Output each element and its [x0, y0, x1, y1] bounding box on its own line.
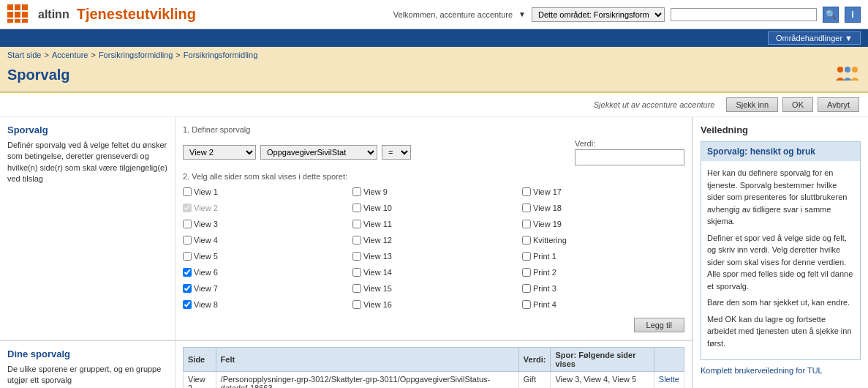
- print3-label[interactable]: Print 3: [533, 284, 556, 293]
- print4-checkbox[interactable]: [522, 300, 531, 309]
- view6-label[interactable]: View 6: [194, 268, 218, 277]
- view11-label[interactable]: View 11: [363, 220, 392, 228]
- breadcrumb-sep1: >: [44, 51, 48, 59]
- breadcrumb-forsikring1[interactable]: Forsikringsformidling: [99, 51, 173, 59]
- svg-rect-5: [22, 12, 28, 18]
- view6-checkbox[interactable]: [183, 268, 192, 277]
- view-item-view14: View 14: [352, 265, 515, 280]
- view9-label[interactable]: View 9: [363, 187, 388, 196]
- sporvalg-table-section: Dine sporvalg De ulike sporene er gruppe…: [0, 340, 692, 388]
- ok-button-top[interactable]: OK: [782, 97, 813, 112]
- print4-label[interactable]: Print 4: [533, 300, 556, 309]
- view1-label[interactable]: View 1: [194, 187, 218, 196]
- sporvalg-left-description: De ulike sporene er gruppert, og en grup…: [7, 364, 167, 387]
- field-select[interactable]: OppgavegiverSivilStat: [260, 145, 377, 160]
- col-felt: Felt: [216, 348, 518, 372]
- avbryt-button-top[interactable]: Avbryt: [818, 97, 859, 112]
- view18-label[interactable]: View 18: [533, 204, 562, 212]
- view-item-view12: View 12: [352, 233, 515, 247]
- view2-checkbox[interactable]: [183, 204, 192, 212]
- svg-point-10: [845, 67, 850, 72]
- view12-checkbox[interactable]: [352, 236, 361, 245]
- spor-left-panel: Sporvalg Definér sporvalg ved å velge fe…: [0, 117, 176, 340]
- row1-spor: View 3, View 4, View 5: [551, 372, 654, 389]
- checked-out-label: Sjekket ut av accenture accenture: [594, 100, 715, 109]
- view14-checkbox[interactable]: [352, 268, 361, 277]
- kvittering-checkbox[interactable]: [522, 236, 531, 245]
- view9-checkbox[interactable]: [352, 187, 361, 196]
- search-button[interactable]: 🔍: [823, 7, 839, 23]
- view16-label[interactable]: View 16: [363, 300, 392, 309]
- sporvalg-left-heading: Dine sporvalg: [7, 348, 167, 359]
- breadcrumb-accenture[interactable]: Accenture: [52, 51, 88, 59]
- view8-label[interactable]: View 8: [194, 300, 218, 309]
- view17-label[interactable]: View 17: [533, 187, 562, 196]
- view18-checkbox[interactable]: [522, 204, 531, 212]
- view5-checkbox[interactable]: [183, 252, 192, 261]
- altinn-logo-icon: [7, 4, 34, 25]
- view15-checkbox[interactable]: [352, 284, 361, 293]
- view-item-view8: View 8: [183, 297, 345, 312]
- view-item-print4: Print 4: [522, 297, 684, 312]
- view10-checkbox[interactable]: [352, 204, 361, 212]
- help-icon: i: [851, 9, 854, 20]
- view17-checkbox[interactable]: [522, 187, 531, 196]
- row1-verdi: Gift: [518, 372, 551, 389]
- view5-label[interactable]: View 5: [194, 252, 218, 261]
- svg-rect-0: [7, 4, 13, 10]
- breadcrumb-sep3: >: [176, 51, 180, 59]
- view15-label[interactable]: View 15: [363, 284, 392, 293]
- verdi-input[interactable]: [575, 149, 684, 165]
- area-handler-button[interactable]: Områdehandlinger ▼: [768, 31, 861, 45]
- print2-label[interactable]: Print 2: [533, 268, 556, 277]
- legg-til-button[interactable]: Legg til: [634, 318, 684, 332]
- view-item-view13: View 13: [352, 249, 515, 264]
- view1-checkbox[interactable]: [183, 187, 192, 196]
- view4-label[interactable]: View 4: [194, 236, 218, 245]
- print3-checkbox[interactable]: [522, 284, 531, 293]
- view19-checkbox[interactable]: [522, 220, 531, 228]
- sjekk-inn-button-top[interactable]: Sjekk inn: [726, 97, 778, 112]
- print1-checkbox[interactable]: [522, 252, 531, 261]
- view-select[interactable]: View 2 View 1 View 3 View 4 View 5 View …: [183, 145, 256, 160]
- breadcrumb-home[interactable]: Start side: [7, 51, 41, 59]
- view2-label[interactable]: View 2: [194, 204, 218, 212]
- print1-label[interactable]: Print 1: [533, 252, 556, 261]
- print2-checkbox[interactable]: [522, 268, 531, 277]
- slette-link-1[interactable]: Slette: [659, 375, 679, 384]
- view3-checkbox[interactable]: [183, 220, 192, 228]
- view14-label[interactable]: View 14: [363, 268, 392, 277]
- view-item-view16: View 16: [352, 297, 515, 312]
- logo-altinn-text: altinn: [38, 8, 69, 21]
- view10-label[interactable]: View 10: [363, 204, 392, 212]
- view7-checkbox[interactable]: [183, 284, 192, 293]
- view13-label[interactable]: View 13: [363, 252, 392, 261]
- view-item-view10: View 10: [352, 201, 515, 215]
- spor-left-description: Definér sporvalg ved å velge feltet du ø…: [7, 140, 167, 185]
- top-action-bar: Sjekket ut av accenture accenture Sjekk …: [0, 93, 868, 117]
- sporvalg-table: Side Felt Verdi: Spor: Følgende sider vi…: [183, 347, 684, 388]
- view-item-view11: View 11: [352, 217, 515, 231]
- operator-select[interactable]: = < >: [382, 145, 411, 160]
- breadcrumb-forsikring2[interactable]: Forsikringsformidling: [184, 51, 257, 59]
- area-select[interactable]: Dette området: Forsikringsform: [532, 7, 665, 22]
- view8-checkbox[interactable]: [183, 300, 192, 309]
- welcome-dropdown-icon[interactable]: ▼: [518, 10, 526, 18]
- view19-label[interactable]: View 19: [533, 220, 562, 228]
- search-input[interactable]: [671, 8, 817, 21]
- view4-checkbox[interactable]: [183, 236, 192, 245]
- header: altinn Tjenesteutvikling Velkommen, acce…: [0, 0, 868, 29]
- veiledning-complete-link[interactable]: Komplett brukerveiledning for TUL: [701, 366, 861, 375]
- view13-checkbox[interactable]: [352, 252, 361, 261]
- page-header: Sporvalg: [0, 63, 868, 92]
- define-sporvalg-label: 1. Definer sporvalg: [183, 125, 250, 134]
- view16-checkbox[interactable]: [352, 300, 361, 309]
- veiledning-para4: Med OK kan du lagre og fortsette arbeide…: [707, 313, 854, 350]
- view12-label[interactable]: View 12: [363, 236, 392, 245]
- help-button[interactable]: i: [845, 7, 861, 23]
- kvittering-label[interactable]: Kvittering: [533, 236, 567, 245]
- view7-label[interactable]: View 7: [194, 284, 218, 293]
- view11-checkbox[interactable]: [352, 220, 361, 228]
- veiledning-box: Sporvalg: hensikt og bruk Her kan du def…: [701, 141, 861, 360]
- view3-label[interactable]: View 3: [194, 220, 218, 228]
